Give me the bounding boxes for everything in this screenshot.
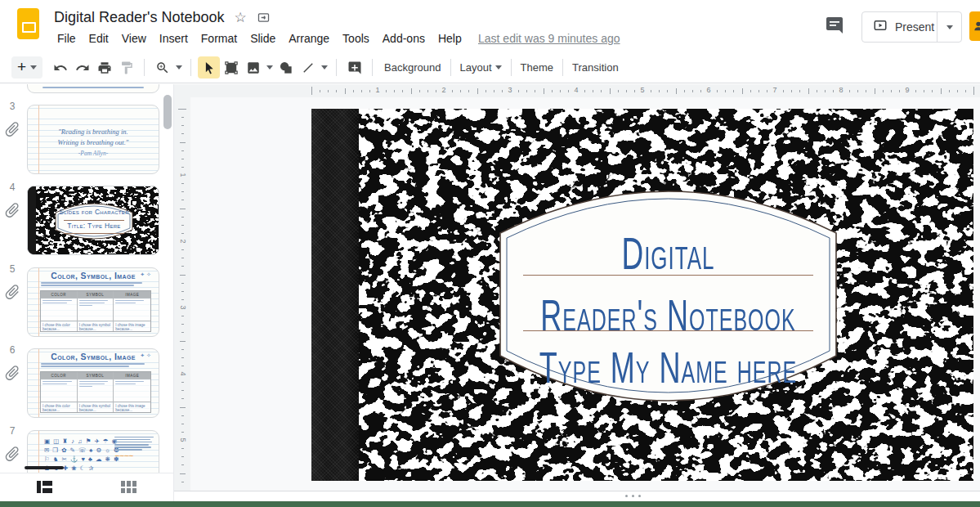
grid-view-button[interactable] — [121, 481, 136, 493]
layout-label: Layout — [460, 61, 492, 74]
slide-thumbnail-5[interactable]: Color, Symbol, Image ✦ ✧ Color Symbol Im… — [27, 267, 159, 337]
ruler-tick — [181, 382, 184, 383]
filmstrip-view-button[interactable] — [37, 481, 52, 493]
text-box-button[interactable] — [220, 56, 242, 79]
ruler-tick — [402, 90, 403, 92]
ruler-tick — [181, 150, 184, 151]
notebook-label[interactable]: Digital Reader's Notebook Type My Name h… — [489, 184, 848, 405]
comments-button[interactable] — [825, 16, 849, 37]
present-dropdown[interactable] — [937, 12, 961, 42]
ruler-tick — [181, 324, 184, 325]
ruler-tick — [750, 90, 751, 92]
csi-table: Color Symbol Image I chose this color be… — [40, 290, 151, 332]
present-label: Present — [895, 20, 934, 34]
ruler-tick — [345, 88, 346, 94]
ruler-tick — [634, 90, 635, 92]
ruler-tick — [667, 90, 668, 92]
menu-item[interactable]: Slide — [244, 30, 282, 47]
menu-item[interactable]: Help — [432, 30, 468, 47]
csi-title: Color, Symbol, Image — [28, 271, 159, 280]
ruler-tick — [361, 90, 362, 92]
menu-item[interactable]: Edit — [83, 30, 115, 47]
ruler-tick — [891, 90, 892, 92]
new-slide-button[interactable]: + — [11, 56, 43, 79]
label-rule — [523, 275, 813, 276]
ruler-tick — [181, 316, 184, 316]
ruler-tick — [181, 283, 184, 284]
ruler-tick — [181, 225, 184, 226]
ruler-tick — [419, 90, 420, 92]
table-header: Symbol — [78, 372, 114, 379]
move-to-folder-icon[interactable] — [257, 11, 271, 25]
star-icon[interactable]: ☆ — [235, 11, 247, 25]
shape-tool-button[interactable] — [275, 56, 297, 79]
ruler-tick — [486, 90, 486, 92]
slide-canvas-area: Digital Reader's Notebook Type My Name h… — [190, 97, 980, 491]
filmstrip-vertical-scrollbar[interactable] — [163, 95, 172, 129]
ruler-tick — [526, 90, 527, 92]
present-button[interactable]: Present — [861, 11, 962, 43]
ruler-tick — [799, 90, 800, 92]
menu-item[interactable]: Insert — [153, 30, 195, 47]
last-edit-link[interactable]: Last edit was 9 minutes ago — [478, 32, 620, 45]
share-button[interactable] — [969, 11, 980, 41]
zoom-button[interactable] — [151, 56, 173, 79]
ruler-tick — [181, 464, 184, 465]
ruler-tick — [651, 90, 651, 92]
line-tool-button[interactable] — [297, 56, 319, 79]
ruler-number: 2 — [439, 86, 449, 94]
ruler-tick — [767, 90, 767, 92]
table-footer-cell: I chose this color because... — [41, 402, 78, 412]
slide-thumbnail-3[interactable]: "Reading is breathing in. Writing is bre… — [27, 105, 159, 174]
drag-handle-icon — [625, 495, 641, 497]
menu-item[interactable]: Arrange — [282, 30, 336, 47]
theme-button[interactable]: Theme — [516, 58, 558, 77]
ruler-number: 3 — [177, 303, 187, 312]
undo-button[interactable] — [49, 56, 71, 79]
table-footer-cell: I chose this symbol because... — [78, 321, 114, 331]
ruler-tick — [692, 90, 693, 92]
transition-button[interactable]: Transition — [567, 58, 624, 77]
menu-item[interactable]: Add-ons — [376, 30, 432, 47]
redo-button[interactable] — [71, 56, 93, 79]
new-slide-dropdown-caret[interactable] — [30, 65, 37, 73]
insert-image-button[interactable] — [242, 56, 264, 79]
ruler-number: 7 — [770, 86, 780, 94]
ruler-number: 4 — [177, 369, 187, 379]
ruler-tick — [518, 90, 519, 92]
print-button[interactable] — [93, 56, 115, 79]
slides-logo-icon[interactable] — [17, 8, 39, 39]
menu-item[interactable]: Tools — [336, 30, 376, 47]
paint-format-button[interactable] — [115, 56, 137, 79]
insert-comment-button[interactable] — [343, 56, 365, 79]
menu-item[interactable]: Format — [195, 30, 244, 47]
zoom-dropdown-caret[interactable] — [173, 62, 184, 73]
table-header: Image — [114, 291, 150, 298]
slide-thumbnail-2-partial[interactable] — [27, 84, 159, 93]
slide-thumbnail-6[interactable]: Color, Symbol, Image ✦ ✧ Color Symbol Im… — [27, 348, 159, 418]
image-dropdown-caret[interactable] — [264, 62, 275, 73]
ruler-tick — [328, 90, 329, 92]
ruler-tick — [949, 90, 950, 92]
ruler-tick — [178, 109, 186, 110]
speaker-notes-divider[interactable] — [174, 491, 980, 501]
select-tool-button[interactable] — [198, 56, 220, 79]
menu-item[interactable]: File — [51, 30, 83, 47]
filmstrip-horizontal-scrollbar[interactable] — [25, 466, 64, 469]
ruler-tick — [181, 482, 184, 482]
ruler-tick — [626, 90, 627, 92]
current-slide[interactable]: Digital Reader's Notebook Type My Name h… — [311, 109, 973, 481]
ruler-tick — [676, 88, 677, 94]
ruler-tick — [311, 87, 312, 95]
ruler-tick — [684, 90, 685, 92]
document-title[interactable]: Digital Reader's Notebook — [54, 9, 225, 26]
slide-number: 4 — [4, 182, 20, 193]
background-button[interactable]: Background — [379, 58, 445, 77]
ruler-tick — [181, 258, 184, 258]
line-dropdown-caret[interactable] — [319, 62, 329, 73]
layout-button[interactable]: Layout — [455, 58, 507, 77]
slide-thumbnail-4[interactable]: Slides for Character Title: Type Here — [27, 186, 159, 255]
ruler-tick — [477, 88, 478, 94]
menu-item[interactable]: View — [115, 30, 153, 47]
ruler-tick — [857, 90, 858, 92]
